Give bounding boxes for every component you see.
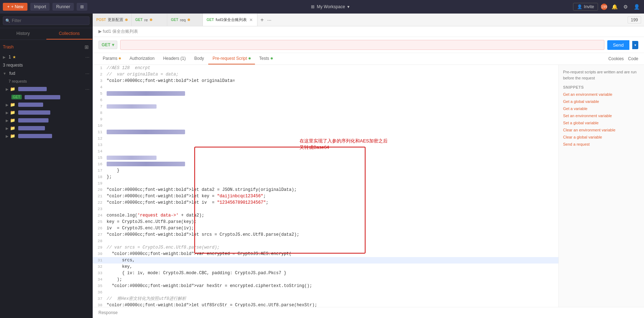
code-line-15: 15 <box>93 155 558 161</box>
code-line-31: 31 srcs, <box>93 257 558 264</box>
code-line-26: 26iv = CryptoJS.enc.Utf8.parse(iv); <box>93 225 558 231</box>
code-line-3: 3"color:#0000cc;font-weight:bold">let or… <box>93 78 558 84</box>
tab-get-req[interactable]: GET req <box>167 14 203 26</box>
folder-3-name <box>18 110 50 115</box>
code-line-32: 32 key, <box>93 264 558 270</box>
folder-5-expand-icon: ▶ <box>6 126 9 130</box>
snippet-link-5[interactable]: Clear an environment variable <box>563 128 640 132</box>
subtab-prerequest[interactable]: Pre-request Script <box>208 53 255 64</box>
line-number-10: 10 <box>93 122 105 129</box>
line-content-7 <box>105 103 558 110</box>
runner-button[interactable]: Runner <box>52 3 73 11</box>
folder-3-icon: 📁 <box>10 110 15 115</box>
url-bar: GET ▾ Send ▾ <box>93 37 644 53</box>
line-number-13: 13 <box>93 142 105 148</box>
fud-folder-3[interactable]: ▶ 📁 <box>0 109 92 116</box>
tab-get-fud1[interactable]: GET fud1保全台账列表 ✕ <box>203 14 257 26</box>
search-icon: 🔍 <box>5 19 10 23</box>
get-item-name <box>25 95 60 99</box>
snippet-link-7[interactable]: Send a request <box>563 142 640 146</box>
import-button[interactable]: Import <box>30 3 50 11</box>
user-avatar[interactable]: 👤 <box>632 3 641 10</box>
tab-history[interactable]: History <box>0 28 46 40</box>
fud-folder-5[interactable]: ▶ 📁 <box>0 124 92 132</box>
snippet-link-0[interactable]: Get an environment variable <box>563 92 640 97</box>
subtab-body[interactable]: Body <box>190 53 208 64</box>
line-number-37: 37 <box>93 296 105 302</box>
line-content-30: "color:#0000cc;font-weight:bold">var enc… <box>105 251 558 257</box>
fud-get-item[interactable]: GET <box>0 93 92 101</box>
new-collection-icon[interactable]: ⊞ <box>84 43 90 51</box>
folder-icon: 📁 <box>10 87 15 92</box>
breadcrumb-text: ▶ fud1 保全台账列表 <box>98 28 138 35</box>
subtab-params[interactable]: Params <box>98 53 125 64</box>
send-dropdown-button[interactable]: ▾ <box>632 41 638 49</box>
tab-dot-post <box>125 19 128 21</box>
tab-post-update[interactable]: POST 更新配置 <box>93 14 132 26</box>
folder-2-icon: 📁 <box>10 102 15 107</box>
tab-get-re[interactable]: GET re <box>132 14 167 26</box>
url-input[interactable] <box>120 40 604 50</box>
collection-fud-name: fud <box>9 71 15 76</box>
code-editor[interactable]: 1//AES 128 encrpt2// var originalData = … <box>93 65 558 307</box>
sidebar-content: Trash ⊞ ▶ 1 ★ ··· 3 requests ▼ fu <box>0 40 92 318</box>
line-content-22: "color:#0000cc;font-weight:bold">let iv … <box>105 199 558 206</box>
line-content-29: // var srcs = CryptoJS.enc.Utf8.parse(wo… <box>105 244 558 251</box>
snippet-link-3[interactable]: Set an environment variable <box>563 114 640 118</box>
cookies-link[interactable]: Cookies <box>608 56 624 61</box>
fud-folder-1[interactable]: ▶ 📁 ··· <box>0 85 92 93</box>
settings-icon[interactable]: ⚙ <box>622 3 629 10</box>
trash-section[interactable]: Trash ⊞ <box>0 41 92 53</box>
fud-options-icon[interactable]: ··· <box>85 71 90 76</box>
sidebar-tabs: History Collections <box>0 28 92 40</box>
send-button[interactable]: Send <box>607 40 629 50</box>
invite-button[interactable]: 👤 Invite <box>573 3 598 11</box>
new-button[interactable]: + + New <box>3 3 27 11</box>
snippet-link-6[interactable]: Clear a global variable <box>563 135 640 139</box>
extra-button[interactable]: ⊞ <box>77 3 87 11</box>
line-number-16: 16 <box>93 161 105 167</box>
notification-icon[interactable]: 🔔 <box>610 3 619 10</box>
top-bar: + + New Import Runner ⊞ ⊞ My Workspace ▾… <box>0 0 644 14</box>
code-line-23: 23 <box>93 206 558 212</box>
snippet-link-4[interactable]: Set a global variable <box>563 121 640 125</box>
fud-folder-2[interactable]: ▶ 📁 <box>0 101 92 109</box>
line-content-24: console.log('request data->' + data2); <box>105 212 558 219</box>
collection-fud-header[interactable]: ▼ fud ··· <box>0 69 92 78</box>
new-tab-button[interactable]: + <box>260 17 264 23</box>
tab-collections[interactable]: Collections <box>46 28 93 40</box>
fud-sub-label: 7 requests <box>0 78 92 85</box>
right-panel: Pre-request scripts are written and are … <box>558 65 644 307</box>
code-line-29: 29// var srcs = CryptoJS.enc.Utf8.parse(… <box>93 244 558 251</box>
code-line-34: 34 ); <box>93 276 558 283</box>
body-label: Body <box>194 56 204 61</box>
method-select[interactable]: GET ▾ <box>98 41 117 49</box>
search-wrap: 🔍 <box>3 16 90 25</box>
folder-1-name <box>18 87 47 91</box>
tab-bar-actions: + ··· <box>257 16 276 24</box>
tab-close-button[interactable]: ✕ <box>249 17 254 22</box>
prereq-label: Pre-request Script <box>213 56 247 61</box>
folder-1-options[interactable]: ··· <box>85 86 90 92</box>
subtab-tests[interactable]: Tests <box>255 53 277 64</box>
more-tabs-icon[interactable]: ··· <box>266 16 273 24</box>
fud-folder-6[interactable]: ▶ 📁 <box>0 132 92 140</box>
subtab-headers[interactable]: Headers (1) <box>159 53 190 64</box>
subtab-auth[interactable]: Authorization <box>125 53 159 64</box>
folder-5-name <box>18 126 45 130</box>
line-content-25: key = CryptoJS.enc.Utf8.parse(key); <box>105 219 558 225</box>
code-line-22: 22"color:#0000cc;font-weight:bold">let i… <box>93 199 558 206</box>
code-link[interactable]: Code <box>628 56 638 61</box>
snippet-link-1[interactable]: Get a global variable <box>563 99 640 104</box>
code-line-38: 38"color:#0000cc;font-weight:bold">let u… <box>93 302 558 307</box>
collection-options-icon[interactable]: ··· <box>85 54 90 60</box>
collection-1-header[interactable]: ▶ 1 ★ ··· <box>0 53 92 61</box>
snippet-link-2[interactable]: Get a variable <box>563 106 640 111</box>
star-icon[interactable]: ★ <box>12 55 16 59</box>
folder-4-name <box>18 118 48 122</box>
sub-tabs: Params Authorization Headers (1) Body Pr… <box>93 53 644 65</box>
fud-folder-4[interactable]: ▶ 📁 <box>0 116 92 124</box>
tab-method-get-re: GET <box>135 18 143 22</box>
line-number-12: 12 <box>93 135 105 142</box>
filter-input[interactable] <box>3 16 90 25</box>
